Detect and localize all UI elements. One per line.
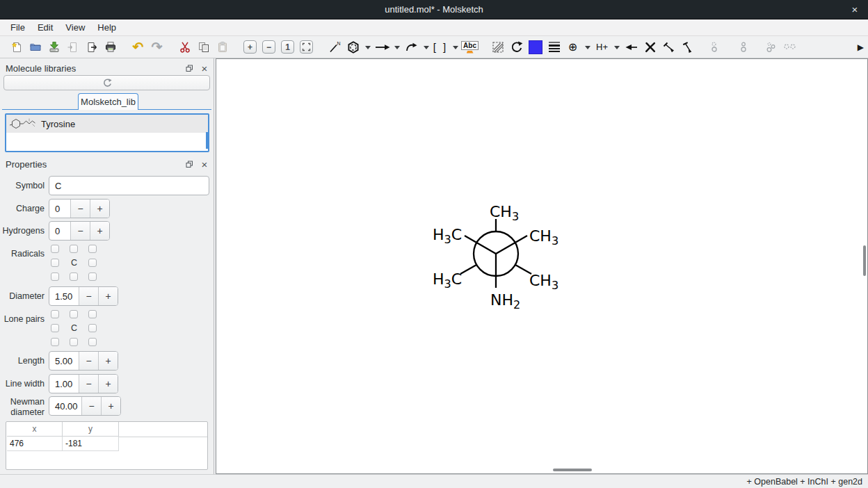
diameter-increment-button[interactable]: +	[98, 287, 118, 305]
charge-value[interactable]: 0	[49, 200, 70, 218]
redo-button[interactable]: ↷	[147, 38, 166, 56]
zoom-fit-button[interactable]	[297, 38, 316, 56]
save-button[interactable]	[45, 38, 63, 56]
window-close-button[interactable]: ×	[847, 0, 862, 19]
ring-dropdown[interactable]	[362, 38, 373, 56]
diameter-value[interactable]: 1.50	[49, 287, 79, 305]
hydrogens-value[interactable]: 0	[49, 222, 70, 240]
back-bond-lower-left[interactable]	[460, 265, 476, 274]
menu-edit[interactable]: Edit	[31, 19, 59, 35]
mechanism-arrow-dropdown[interactable]	[421, 38, 431, 56]
charge-increment-button[interactable]: +	[90, 200, 109, 218]
open-button[interactable]	[26, 38, 45, 56]
babel-remove-hydrogens-button[interactable]	[734, 38, 753, 56]
reaction-arrow-dropdown[interactable]	[392, 38, 402, 56]
menu-help[interactable]: Help	[91, 19, 122, 35]
radical-checkbox-ne[interactable]	[88, 245, 97, 253]
symbol-input[interactable]: C	[49, 176, 209, 195]
zoom-in-button[interactable]: +	[241, 38, 259, 56]
lone-pair-checkbox-sw[interactable]	[51, 338, 59, 346]
coordinate-cell-x[interactable]: 476	[7, 437, 63, 451]
lone-pair-checkbox-n[interactable]	[70, 310, 78, 318]
atom-label-lower-right[interactable]: CH3	[529, 272, 558, 292]
lone-pair-checkbox-nw[interactable]	[51, 310, 59, 318]
coordinate-cell-y[interactable]: -181	[63, 437, 119, 451]
zoom-out-button[interactable]: −	[259, 38, 278, 56]
toolbar-overflow-button[interactable]: ▶	[858, 42, 864, 52]
line-width-increment-button[interactable]: +	[98, 375, 118, 393]
babel-add-hydrogens-button[interactable]	[706, 38, 725, 56]
cut-button[interactable]	[175, 38, 194, 56]
delete-button[interactable]	[641, 38, 659, 56]
copy-button[interactable]	[194, 38, 213, 56]
color-button[interactable]	[526, 38, 545, 56]
zoom-reset-button[interactable]: 1	[278, 38, 297, 56]
insert-ring-button[interactable]	[344, 38, 362, 56]
menu-view[interactable]: View	[59, 19, 91, 35]
flip-stereo-button[interactable]	[678, 38, 697, 56]
hydrogen-button[interactable]: H+	[593, 38, 611, 56]
lone-pair-checkbox-e[interactable]	[88, 324, 97, 332]
babel-optimize-button[interactable]	[780, 38, 799, 56]
line-width-value[interactable]: 1.00	[49, 375, 79, 393]
length-decrement-button[interactable]: −	[79, 352, 98, 370]
atom-label-upper-left[interactable]: H3C	[433, 226, 462, 246]
hydrogens-decrement-button[interactable]: −	[70, 222, 90, 240]
radical-checkbox-e[interactable]	[88, 259, 97, 267]
import-button[interactable]	[63, 38, 82, 56]
tab-molsketch-lib[interactable]: Molsketch_lib	[78, 93, 138, 110]
brackets-dropdown[interactable]	[450, 38, 460, 56]
menu-file[interactable]: File	[4, 19, 31, 35]
library-refresh-button[interactable]	[3, 75, 210, 90]
line-width-button[interactable]	[545, 38, 563, 56]
new-button[interactable]	[7, 38, 26, 56]
diameter-decrement-button[interactable]: −	[79, 287, 98, 305]
flip-bond-button[interactable]	[659, 38, 678, 56]
charge-decrement-button[interactable]: −	[70, 200, 90, 218]
libraries-float-button[interactable]	[183, 62, 195, 74]
reaction-arrow-button[interactable]	[373, 38, 392, 56]
atom-label-lower-left[interactable]: H3C	[433, 270, 462, 291]
newman-projection-molecule[interactable]: CH3 H3C CH3 H3C CH3 NH2	[216, 59, 867, 473]
paste-button[interactable]	[213, 38, 232, 56]
electron-flow-button[interactable]	[622, 38, 641, 56]
print-button[interactable]	[101, 38, 120, 56]
newman-diameter-value[interactable]: 40.00	[49, 397, 81, 415]
properties-float-button[interactable]	[183, 158, 195, 170]
molecule-library-list[interactable]: Tyrosine	[5, 113, 209, 152]
length-increment-button[interactable]: +	[98, 352, 118, 370]
library-scrollbar[interactable]	[206, 132, 208, 149]
mechanism-arrow-button[interactable]	[402, 38, 421, 56]
radical-checkbox-w[interactable]	[51, 259, 59, 267]
export-button[interactable]	[82, 38, 101, 56]
brackets-button[interactable]: [ ]	[431, 38, 450, 56]
libraries-close-button[interactable]: ×	[198, 62, 211, 74]
draw-bond-button[interactable]: N	[325, 38, 344, 56]
lone-pair-checkbox-w[interactable]	[51, 324, 59, 332]
radical-checkbox-sw[interactable]	[51, 273, 59, 281]
canvas-horizontal-scrollbar[interactable]	[553, 469, 592, 471]
lone-pair-checkbox-s[interactable]	[70, 338, 78, 346]
hydrogen-dropdown[interactable]	[611, 38, 622, 56]
babel-gen2d-button[interactable]	[762, 38, 780, 56]
lone-pair-checkbox-ne[interactable]	[88, 310, 97, 318]
atom-label-upper-right[interactable]: CH3	[529, 227, 558, 247]
text-tool-button[interactable]: Abc	[460, 38, 479, 56]
atom-label-bottom[interactable]: NH2	[490, 291, 520, 311]
radical-checkbox-nw[interactable]	[51, 245, 59, 253]
charge-dropdown[interactable]	[582, 38, 593, 56]
selection-tool-button[interactable]	[488, 38, 507, 56]
canvas-vertical-scrollbar[interactable]	[863, 245, 866, 276]
newman-diameter-increment-button[interactable]: +	[101, 397, 120, 415]
length-value[interactable]: 5.00	[49, 352, 79, 370]
line-width-decrement-button[interactable]: −	[79, 375, 98, 393]
radical-checkbox-se[interactable]	[88, 273, 97, 281]
radical-checkbox-n[interactable]	[70, 245, 78, 253]
list-item-tyrosine[interactable]: Tyrosine	[6, 115, 208, 133]
undo-button[interactable]: ↶	[129, 38, 147, 56]
lone-pair-checkbox-se[interactable]	[88, 338, 97, 346]
charge-button[interactable]: ⊕	[563, 38, 582, 56]
radical-checkbox-s[interactable]	[70, 273, 78, 281]
hydrogens-increment-button[interactable]: +	[90, 222, 109, 240]
drawing-canvas[interactable]: CH3 H3C CH3 H3C CH3 NH2	[216, 58, 868, 474]
